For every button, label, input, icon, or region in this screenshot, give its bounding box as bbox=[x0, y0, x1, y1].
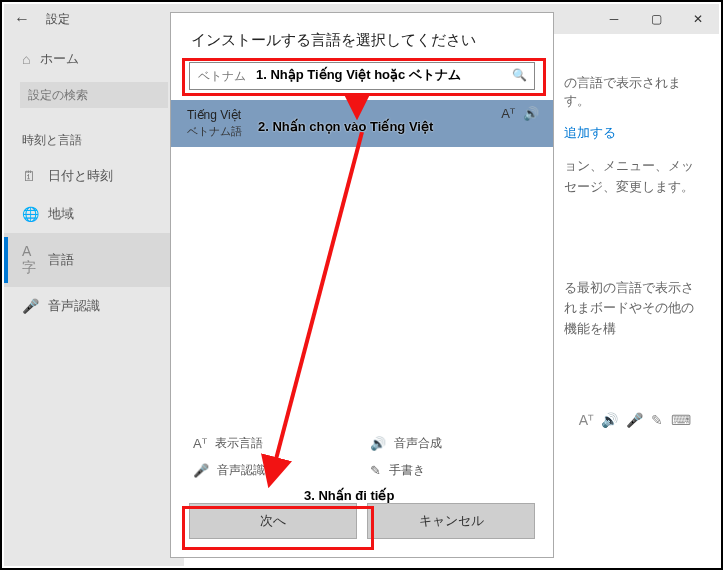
tts-icon: 🔊 bbox=[601, 412, 618, 428]
display-lang-icon: Aᵀ bbox=[193, 436, 207, 451]
settings-search-input[interactable] bbox=[20, 82, 168, 108]
home-icon: ⌂ bbox=[22, 51, 30, 67]
capability-legend: Aᵀ表示言語 🔊音声合成 🎤音声認識 ✎手書き bbox=[171, 425, 553, 489]
cap-speech-label: 音声認識 bbox=[217, 462, 265, 479]
language-install-dialog: インストールする言語を選択してください 🔍 Tiếng Việt ベトナム語 A… bbox=[170, 12, 554, 558]
main-text-1: の言語で表示されます。 bbox=[564, 74, 699, 110]
sidebar: ⌂ ホーム 時刻と言語 🗓 日付と時刻 🌐 地域 A字 言語 🎤 音声認識 bbox=[4, 34, 184, 566]
keyboard-icon: ⌨ bbox=[671, 412, 691, 428]
close-button[interactable]: ✕ bbox=[677, 4, 719, 34]
calendar-icon: 🗓 bbox=[22, 168, 38, 184]
sidebar-item-region[interactable]: 🌐 地域 bbox=[4, 195, 184, 233]
feature-icons-row: Aᵀ 🔊 🎤 ✎ ⌨ bbox=[579, 412, 691, 428]
dialog-title: インストールする言語を選択してください bbox=[171, 13, 553, 62]
sidebar-home-label: ホーム bbox=[40, 50, 79, 68]
sidebar-item-label: 地域 bbox=[48, 205, 74, 223]
sidebar-item-label: 日付と時刻 bbox=[48, 167, 113, 185]
sidebar-home[interactable]: ⌂ ホーム bbox=[4, 42, 184, 76]
cap-handwriting-label: 手書き bbox=[389, 462, 425, 479]
display-lang-icon: Aᵀ bbox=[501, 106, 515, 121]
cap-tts-label: 音声合成 bbox=[394, 435, 442, 452]
next-button[interactable]: 次へ bbox=[189, 503, 357, 539]
language-icon: A字 bbox=[22, 243, 38, 277]
back-button[interactable]: ← bbox=[14, 10, 30, 28]
sidebar-item-speech[interactable]: 🎤 音声認識 bbox=[4, 287, 184, 325]
microphone-icon: 🎤 bbox=[22, 298, 38, 314]
handwriting-icon: ✎ bbox=[651, 412, 663, 428]
annotation-label-step1: 1. Nhập Tiếng Việt hoặc ベトナム bbox=[256, 66, 461, 84]
cancel-button[interactable]: キャンセル bbox=[367, 503, 535, 539]
cap-display-label: 表示言語 bbox=[215, 435, 263, 452]
tts-icon: 🔊 bbox=[370, 436, 386, 451]
sidebar-section-header: 時刻と言語 bbox=[4, 118, 184, 157]
globe-icon: 🌐 bbox=[22, 206, 38, 222]
search-icon: 🔍 bbox=[512, 68, 527, 82]
annotation-label-step2: 2. Nhấn chọn vào Tiếng Việt bbox=[258, 119, 433, 134]
sidebar-item-datetime[interactable]: 🗓 日付と時刻 bbox=[4, 157, 184, 195]
sidebar-item-label: 言語 bbox=[48, 251, 74, 269]
annotation-label-step3: 3. Nhấn đi tiếp bbox=[304, 488, 394, 503]
maximize-button[interactable]: ▢ bbox=[635, 4, 677, 34]
handwriting-icon: ✎ bbox=[370, 463, 381, 478]
tts-icon: 🔊 bbox=[523, 106, 539, 121]
minimize-button[interactable]: ─ bbox=[593, 4, 635, 34]
speech-icon: 🎤 bbox=[193, 463, 209, 478]
window-title: 設定 bbox=[46, 11, 70, 28]
main-text-3: る最初の言語で表示されまボードやその他の機能を構 bbox=[564, 278, 699, 340]
display-lang-icon: Aᵀ bbox=[579, 412, 593, 428]
sidebar-item-language[interactable]: A字 言語 bbox=[4, 233, 184, 287]
sidebar-item-label: 音声認識 bbox=[48, 297, 100, 315]
main-text-2: ョン、メニュー、メッセージ、変更します。 bbox=[564, 156, 699, 198]
add-language-link[interactable]: 追加する bbox=[564, 124, 699, 142]
speech-icon: 🎤 bbox=[626, 412, 643, 428]
